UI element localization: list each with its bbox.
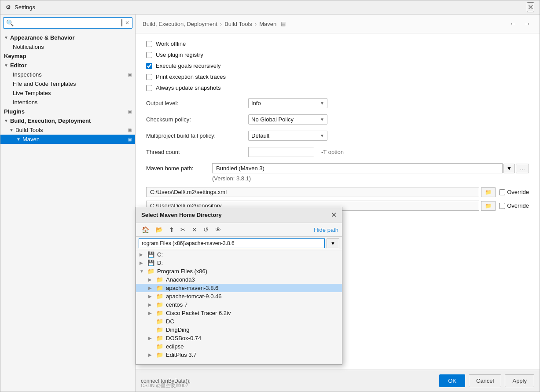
folder-icon-program-files: 📁 <box>147 268 154 275</box>
main-panel: Build, Execution, Deployment › Build Too… <box>136 15 540 392</box>
window-title: Settings <box>15 4 35 11</box>
output-level-value: Info <box>251 100 261 106</box>
file-label-program-files-x86: Program Files (x86) <box>157 268 207 275</box>
file-item-editplus[interactable]: ▶ 📁 EditPlus 3.7 <box>136 351 342 359</box>
toolbar-folder-button[interactable]: 📂 <box>153 225 165 234</box>
search-clear-button[interactable]: ✕ <box>125 20 129 26</box>
work-offline-checkbox[interactable] <box>146 41 152 47</box>
title-bar: ⚙ Settings ✕ <box>0 0 540 15</box>
file-item-centos7[interactable]: ▶ 📁 centos 7 <box>136 300 342 309</box>
watermark: CSDN @星空彼岸007 <box>141 382 188 389</box>
file-item-cisco[interactable]: ▶ 📁 Cisco Packet Tracer 6.2iv <box>136 309 342 317</box>
thread-count-label: Thread count <box>146 149 243 155</box>
sidebar-item-maven[interactable]: ▼ Maven ▣ <box>0 135 135 144</box>
toolbar-refresh-button[interactable]: ↺ <box>201 225 211 234</box>
close-button[interactable]: ✕ <box>527 2 534 12</box>
main-content: 🔍 maven ✕ ▼ Appearance & Behavior Notifi… <box>0 15 540 392</box>
path-dropdown-arrow-button[interactable]: ▼ <box>327 238 339 248</box>
output-level-row: Output level: Info ▼ <box>146 98 529 108</box>
expand-icon-appearance: ▼ <box>4 35 8 40</box>
folder-icon-anaconda3: 📁 <box>156 276 163 283</box>
toolbar-show-hidden-button[interactable]: 👁 <box>213 225 223 234</box>
execute-goals-checkbox[interactable] <box>146 63 152 69</box>
print-exception-label: Print exception stack traces <box>156 73 226 80</box>
toolbar-home-button[interactable]: 🏠 <box>140 225 151 234</box>
file-item-eclipse[interactable]: ▶ 📁 eclipse <box>136 342 342 351</box>
search-input[interactable]: maven <box>16 20 121 26</box>
multiproject-dropdown[interactable]: Default ▼ <box>248 131 327 141</box>
file-item-dc[interactable]: ▶ 📁 DC <box>136 317 342 326</box>
toolbar-up-button[interactable]: ⬆ <box>167 225 176 234</box>
sidebar-label-build-execution: Build, Execution, Deployment <box>10 117 91 124</box>
sidebar-item-live-templates[interactable]: Live Templates <box>0 88 135 98</box>
output-level-dropdown[interactable]: Info ▼ <box>248 98 327 108</box>
sidebar-label-maven: Maven <box>22 136 40 143</box>
checksum-policy-value: No Global Policy <box>251 116 294 123</box>
file-label-apache-maven: apache-maven-3.8.6 <box>166 285 218 291</box>
sidebar-item-intentions[interactable]: Intentions <box>0 98 135 107</box>
cancel-button[interactable]: Cancel <box>469 374 501 387</box>
maven-version: (Version: 3.8.1) <box>212 175 529 182</box>
sidebar-item-keymap[interactable]: Keymap <box>0 51 135 61</box>
checksum-policy-dropdown[interactable]: No Global Policy ▼ <box>248 114 327 125</box>
settings-window: ⚙ Settings ✕ 🔍 maven ✕ ▼ Appearance & Be… <box>0 0 540 392</box>
use-plugin-label: Use plugin registry <box>156 51 203 58</box>
toolbar-delete-button[interactable]: ✕ <box>190 225 199 234</box>
use-plugin-checkbox[interactable] <box>146 52 152 58</box>
sidebar-item-plugins[interactable]: Plugins ▣ <box>0 107 135 116</box>
file-item-program-files-x86[interactable]: ▼ 📁 Program Files (x86) <box>136 267 342 275</box>
thread-count-row: Thread count -T option <box>146 147 529 157</box>
file-item-dosbox[interactable]: ▶ 📁 DOSBox-0.74 <box>136 334 342 342</box>
expand-icon-editor: ▼ <box>4 63 8 68</box>
file-item-d[interactable]: ▶ 💾 D: <box>136 259 342 267</box>
expand-c: ▶ <box>140 252 145 257</box>
sidebar-item-inspections[interactable]: Inspections ▣ <box>0 70 135 79</box>
folder-icon-dingding: 📁 <box>156 326 163 333</box>
user-settings-override-label: Override <box>507 189 529 195</box>
local-repo-override-checkbox[interactable] <box>499 203 505 209</box>
hide-path-button[interactable]: Hide path <box>314 227 338 233</box>
always-update-checkbox[interactable] <box>146 85 152 91</box>
local-repo-override-container: Override <box>499 202 529 209</box>
sidebar-item-build-execution[interactable]: ▼ Build, Execution, Deployment <box>0 116 135 125</box>
sidebar-label-appearance: Appearance & Behavior <box>10 34 75 41</box>
file-label-centos7: centos 7 <box>166 301 187 308</box>
maven-home-dropdown-button[interactable]: ▼ <box>503 164 515 173</box>
print-exception-checkbox[interactable] <box>146 74 152 80</box>
path-dropdown-input[interactable]: rogram Files (x86)\apache-maven-3.8.6 <box>139 238 325 248</box>
sidebar-item-notifications[interactable]: Notifications <box>0 42 135 51</box>
print-exception-row: Print exception stack traces <box>146 73 529 80</box>
nav-forward-button[interactable]: → <box>522 19 533 29</box>
sidebar-item-editor[interactable]: ▼ Editor <box>0 61 135 70</box>
expand-dosbox: ▶ <box>148 336 154 341</box>
use-plugin-row: Use plugin registry <box>146 51 529 58</box>
toolbar-cut-button[interactable]: ✂ <box>178 225 188 234</box>
nav-back-button[interactable]: ← <box>508 19 518 29</box>
maven-home-browse-button[interactable]: … <box>516 164 529 173</box>
file-item-anaconda3[interactable]: ▶ 📁 Anaconda3 <box>136 275 342 284</box>
user-settings-browse-button[interactable]: 📁 <box>481 187 496 197</box>
thread-count-input[interactable] <box>248 147 314 157</box>
output-level-label: Output level: <box>146 100 243 106</box>
sidebar-item-appearance[interactable]: ▼ Appearance & Behavior <box>0 33 135 42</box>
sidebar-item-build-tools[interactable]: ▼ Build Tools ▣ <box>0 125 135 135</box>
folder-icon-apache-tomcat: 📁 <box>156 293 163 300</box>
expand-apache-maven: ▶ <box>148 286 154 290</box>
expand-icon-maven: ▼ <box>16 137 21 142</box>
file-item-c[interactable]: ▶ 💾 C: <box>136 250 342 259</box>
file-label-c: C: <box>157 251 163 258</box>
work-offline-row: Work offline <box>146 40 529 47</box>
search-box[interactable]: 🔍 maven ✕ <box>3 17 132 29</box>
dialog-close-button[interactable]: ✕ <box>331 211 337 219</box>
apply-button[interactable]: Apply <box>505 374 534 387</box>
file-item-dingding[interactable]: ▶ 📁 DingDing <box>136 326 342 334</box>
file-item-apache-tomcat[interactable]: ▶ 📁 apache-tomcat-9.0.46 <box>136 292 342 300</box>
expand-centos7: ▶ <box>148 302 154 307</box>
sidebar-item-file-code-templates[interactable]: File and Code Templates <box>0 79 135 88</box>
file-label-cisco: Cisco Packet Tracer 6.2iv <box>166 310 231 316</box>
ok-button[interactable]: OK <box>439 374 465 387</box>
user-settings-override-checkbox[interactable] <box>499 189 505 195</box>
output-level-arrow: ▼ <box>320 101 324 106</box>
local-repo-browse-button[interactable]: 📁 <box>481 201 496 211</box>
file-item-apache-maven[interactable]: ▶ 📁 apache-maven-3.8.6 <box>136 284 342 292</box>
